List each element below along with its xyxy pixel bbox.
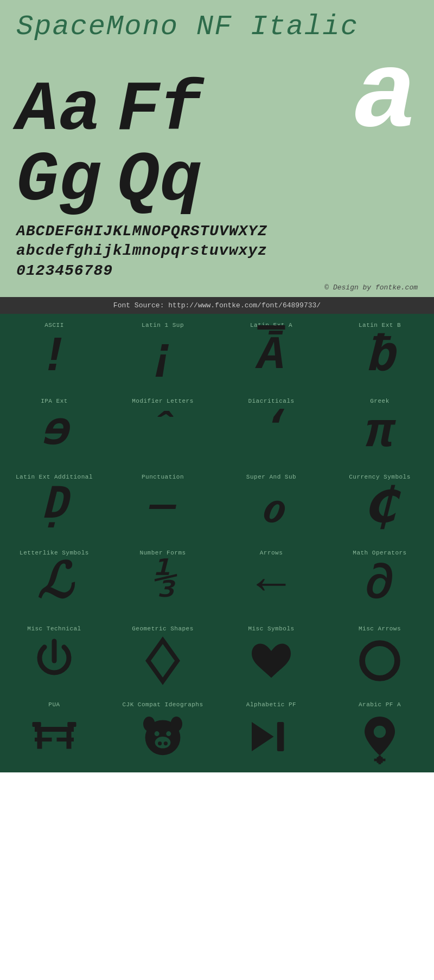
svg-marker-0 [148,640,177,681]
glyph-label-letterlike: Letterlike Symbols [20,550,89,556]
glyph-char-latinextadd: Ḍ [41,485,67,528]
glyph-char-latinexta: Ā [257,333,285,379]
glyph-cell-latin1sup: Latin 1 Sup ¡ [108,314,217,390]
glyph-char-latin1sup: ¡ [148,333,177,382]
glyph-cell-letterlike: Letterlike Symbols ℒ [0,541,108,617]
glyph-cell-modifier: Modifier Letters ˆ [108,390,217,466]
glyph-label-mathops: Math Operators [353,550,406,556]
glyph-label-diacriticals: Diacriticals [248,398,294,404]
glyph-cell-arabicpfa: Arabic PF A [326,693,434,772]
glyph-label-ascii: ASCII [44,322,64,328]
alphabet-lower: abcdefghijklmnopqrstuvwxyz [16,241,418,261]
char-row-1: Aa Ff a [16,48,418,146]
glyph-char-ipaext: ɘ [40,409,68,455]
glyph-char-latinextb: ƀ [365,333,394,382]
glyph-cell-alphabeticpf: Alphabetic PF [217,693,326,772]
glyph-label-misctech: Misc Technical [27,626,81,632]
svg-point-1 [362,643,398,679]
char-qq: Qq [117,146,202,216]
header-section: SpaceMono NF Italic Aa Ff a Gg Qq ABCDEF… [0,0,434,297]
glyph-label-miscsymbols: Misc Symbols [248,626,294,632]
glyph-label-punctuation: Punctuation [142,474,184,480]
glyph-cell-arrows: Arrows ← [217,541,326,617]
svg-point-12 [155,731,159,736]
glyph-label-cjk: CJK Compat Ideographs [122,701,203,708]
glyph-label-currency: Currency Symbols [349,474,411,480]
glyph-label-geoshapes: Geometric Shapes [132,626,194,632]
glyph-label-latinextadd: Latin Ext Additional [16,474,93,480]
glyph-label-miscarrows: Misc Arrows [359,626,401,632]
glyph-label-arabicpfa: Arabic PF A [359,701,401,708]
font-source-bar: Font Source: http://www.fontke.com/font/… [0,297,434,314]
alphabet-upper: ABCDEFGHIJKLMNOPQRSTUVWXYZ [16,222,418,241]
glyph-label-ipaext: IPA Ext [41,398,68,404]
char-gg: Gg [16,146,101,216]
svg-point-11 [170,717,182,731]
glyph-cell-punctuation: Punctuation — [108,466,217,541]
diamond-icon [138,636,187,685]
svg-point-10 [143,717,155,731]
glyph-cell-ipaext: IPA Ext ɘ [0,390,108,466]
svg-rect-5 [35,738,52,742]
svg-point-15 [158,742,162,745]
glyph-label-greek: Greek [370,398,390,404]
pig-icon [138,712,187,761]
glyph-char-currency: ₵ [365,485,394,533]
glyph-cell-latinextadd: Latin Ext Additional Ḍ [0,466,108,541]
glyph-char-greek: π [365,409,394,457]
svg-point-16 [164,742,168,745]
glyph-label-alphabeticpf: Alphabetic PF [246,701,296,708]
glyph-cell-diacriticals: Diacriticals ʻ [217,390,326,466]
glyph-char-supersub: ℴ [260,485,283,533]
glyph-char-diacriticals: ʻ [258,409,284,452]
glyph-label-latinexta: Latin Ext A [250,322,292,328]
svg-rect-2 [35,727,74,732]
svg-marker-17 [252,722,274,751]
glyph-label-latinextb: Latin Ext B [359,322,401,328]
glyph-char-ascii: ! [40,333,69,382]
table-icon [30,712,79,761]
svg-rect-22 [379,756,381,764]
glyph-cell-supersub: Super And Sub ℴ [217,466,326,541]
glyph-cell-geoshapes: Geometric Shapes [108,617,217,693]
glyph-char-punctuation: — [150,485,176,528]
glyph-cell-miscarrows: Misc Arrows [326,617,434,693]
svg-rect-18 [277,722,284,751]
glyph-cell-misctech: Misc Technical [0,617,108,693]
char-accent-a: a [353,48,418,146]
location-icon [358,712,401,764]
glyph-cell-latinextb: Latin Ext B ƀ [326,314,434,390]
glyph-cell-latinexta: Latin Ext A Ā [217,314,326,390]
glyph-cell-currency: Currency Symbols ₵ [326,466,434,541]
glyph-char-arrows: ← [257,560,286,609]
glyph-char-numberforms: ⅓ [150,560,175,601]
digits: 0123456789 [16,261,418,281]
power-icon [30,636,79,685]
glyphs-grid: ASCII ! Latin 1 Sup ¡ Latin Ext A Ā Lati… [0,314,434,772]
circle-icon [355,636,404,685]
glyph-label-arrows: Arrows [260,550,283,556]
glyph-cell-numberforms: Number Forms ⅓ [108,541,217,617]
svg-rect-6 [57,738,74,742]
glyph-cell-miscsymbols: Misc Symbols [217,617,326,693]
svg-point-19 [374,726,386,738]
glyph-cell-mathops: Math Operators ∂ [326,541,434,617]
next-icon [247,712,296,761]
glyph-label-numberforms: Number Forms [139,550,186,556]
glyph-cell-pua: PUA [0,693,108,772]
alphabet-section: ABCDEFGHIJKLMNOPQRSTUVWXYZ abcdefghijklm… [16,222,418,281]
dark-section: Font Source: http://www.fontke.com/font/… [0,297,434,772]
svg-rect-7 [33,722,41,727]
heart-icon [247,636,296,685]
glyph-char-mathops: ∂ [365,560,394,609]
svg-point-14 [155,737,171,749]
svg-point-13 [166,731,171,736]
glyph-char-letterlike: ℒ [37,560,72,609]
glyph-label-supersub: Super And Sub [246,474,296,480]
char-ff: Ff [117,75,202,146]
glyph-cell-greek: Greek π [326,390,434,466]
glyph-char-modifier: ˆ [150,409,176,452]
glyph-label-modifier: Modifier Letters [132,398,194,404]
char-aa: Aa [16,75,101,146]
glyph-label-pua: PUA [48,701,60,708]
